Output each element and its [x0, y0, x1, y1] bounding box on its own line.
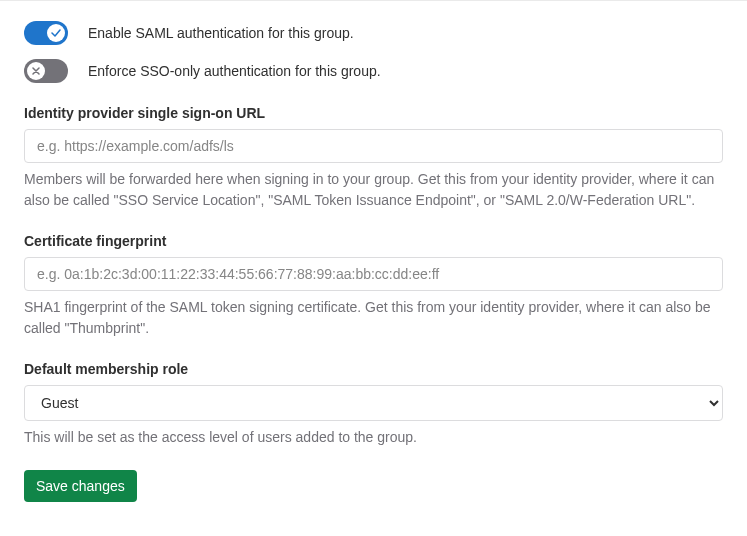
sso-url-group: Identity provider single sign-on URL Mem…	[24, 105, 723, 211]
sso-url-input[interactable]	[24, 129, 723, 163]
enforce-sso-row: Enforce SSO-only authentication for this…	[24, 59, 723, 83]
enforce-sso-toggle[interactable]	[24, 59, 68, 83]
save-button[interactable]: Save changes	[24, 470, 137, 502]
role-group: Default membership role Guest This will …	[24, 361, 723, 448]
x-icon	[32, 67, 40, 75]
enable-saml-toggle[interactable]	[24, 21, 68, 45]
fingerprint-input[interactable]	[24, 257, 723, 291]
fingerprint-group: Certificate fingerprint SHA1 fingerprint…	[24, 233, 723, 339]
toggle-knob	[47, 24, 65, 42]
role-select[interactable]: Guest	[24, 385, 723, 421]
fingerprint-help: SHA1 fingerprint of the SAML token signi…	[24, 297, 723, 339]
sso-url-label: Identity provider single sign-on URL	[24, 105, 723, 121]
enforce-sso-label: Enforce SSO-only authentication for this…	[88, 63, 381, 79]
toggle-knob	[27, 62, 45, 80]
role-label: Default membership role	[24, 361, 723, 377]
check-icon	[51, 28, 61, 38]
enable-saml-label: Enable SAML authentication for this grou…	[88, 25, 354, 41]
sso-url-help: Members will be forwarded here when sign…	[24, 169, 723, 211]
role-help: This will be set as the access level of …	[24, 427, 723, 448]
enable-saml-row: Enable SAML authentication for this grou…	[24, 21, 723, 45]
fingerprint-label: Certificate fingerprint	[24, 233, 723, 249]
